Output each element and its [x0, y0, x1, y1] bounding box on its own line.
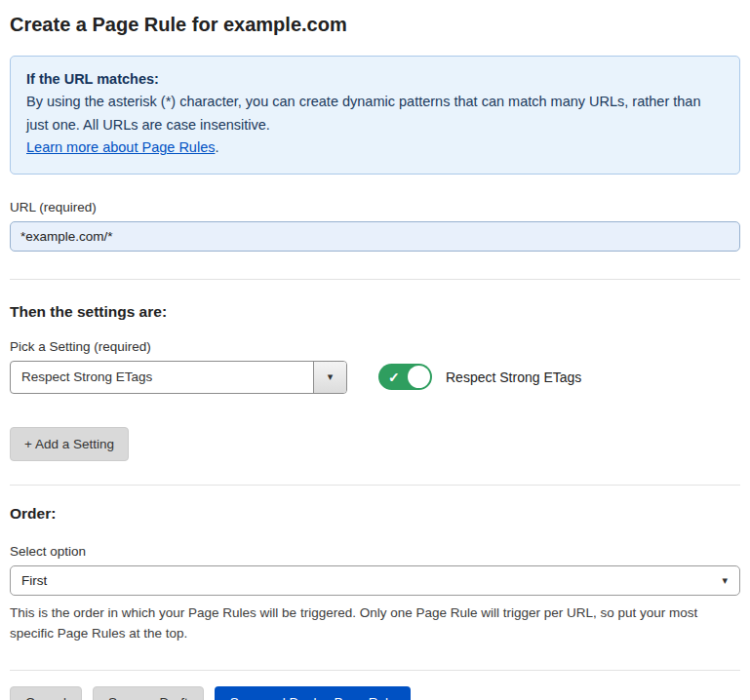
toggle-knob: [408, 366, 430, 388]
info-box-body: By using the asterisk (*) character, you…: [26, 91, 724, 136]
save-deploy-button[interactable]: Save and Deploy Page Rule: [215, 686, 412, 700]
section-divider-2: [10, 485, 740, 486]
footer-divider: [10, 670, 740, 671]
link-period: .: [215, 139, 218, 155]
setting-select-arrow-button[interactable]: ▾: [313, 362, 346, 393]
learn-more-link[interactable]: Learn more about Page Rules: [26, 139, 215, 155]
url-match-info-box: If the URL matches: By using the asteris…: [10, 56, 740, 175]
order-heading: Order:: [10, 505, 740, 523]
url-label: URL (required): [10, 200, 740, 214]
add-setting-button[interactable]: + Add a Setting: [10, 427, 129, 462]
setting-row: Respect Strong ETags ▾ ✓ Respect Strong …: [10, 361, 740, 394]
cancel-button[interactable]: Cancel: [10, 686, 82, 700]
info-box-link-line: Learn more about Page Rules.: [26, 136, 724, 159]
settings-heading: Then the settings are:: [10, 303, 740, 321]
pick-setting-label: Pick a Setting (required): [10, 339, 740, 354]
etags-toggle[interactable]: ✓: [378, 364, 432, 390]
url-input[interactable]: [10, 221, 740, 252]
section-divider: [10, 279, 740, 280]
caret-down-icon: ▾: [328, 370, 334, 383]
footer-actions: Cancel Save as Draft Save and Deploy Pag…: [10, 686, 740, 700]
order-select-value: First: [21, 573, 47, 588]
save-draft-button[interactable]: Save as Draft: [93, 686, 204, 700]
check-icon: ✓: [388, 370, 400, 384]
order-select-label: Select option: [10, 544, 740, 559]
order-help-text: This is the order in which your Page Rul…: [10, 603, 731, 644]
order-select[interactable]: First ▾: [10, 565, 740, 596]
page-title: Create a Page Rule for example.com: [10, 14, 740, 36]
setting-select[interactable]: Respect Strong ETags ▾: [10, 361, 347, 394]
etags-toggle-label: Respect Strong ETags: [446, 369, 581, 385]
caret-down-icon: ▾: [722, 574, 728, 587]
info-box-heading: If the URL matches:: [26, 68, 724, 91]
setting-select-value: Respect Strong ETags: [11, 362, 313, 393]
